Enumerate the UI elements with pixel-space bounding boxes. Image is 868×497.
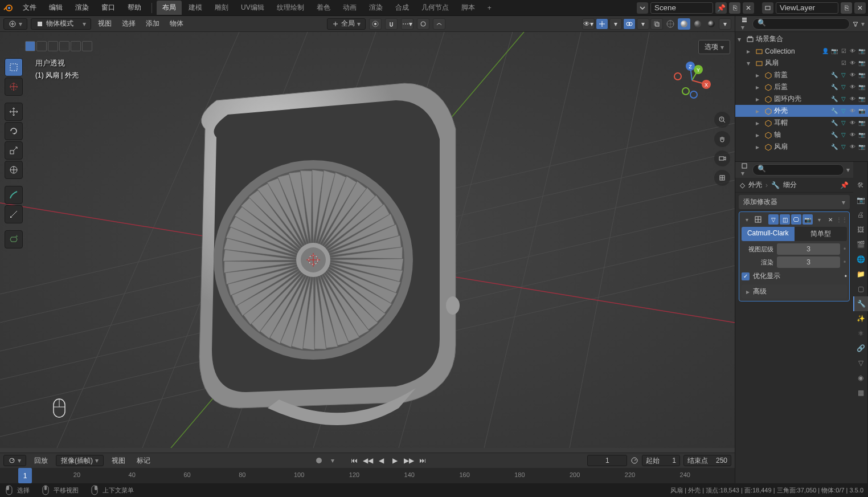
breadcrumb-object[interactable]: 外壳 bbox=[748, 180, 762, 190]
nav-zoom-icon[interactable]: + bbox=[714, 112, 730, 128]
blender-logo-icon[interactable] bbox=[2, 2, 14, 14]
tab-viewlayer[interactable]: 🖼 bbox=[853, 222, 868, 237]
add-modifier-dropdown[interactable]: 添加修改器 ▾ bbox=[739, 195, 850, 209]
outliner-search[interactable]: 🔍 bbox=[752, 18, 850, 30]
tool-scale[interactable] bbox=[5, 141, 23, 160]
outliner-item[interactable]: ▸圆环内壳🔧▽👁📷 bbox=[735, 93, 868, 105]
render-toggle[interactable]: 📷 bbox=[858, 59, 866, 67]
advanced-section[interactable]: ▸ 高级 bbox=[742, 284, 847, 299]
optimal-display-checkbox[interactable]: ✓ bbox=[742, 272, 750, 280]
exclude-toggle[interactable]: ☑ bbox=[840, 59, 847, 67]
outliner-item[interactable]: ▸轴🔧▽👁📷 bbox=[735, 129, 868, 141]
shading-solid[interactable] bbox=[678, 18, 690, 30]
workspace-geo[interactable]: 几何节点 bbox=[416, 1, 455, 15]
tab-material[interactable]: ◉ bbox=[853, 370, 868, 385]
tab-modifiers[interactable]: 🔧 bbox=[853, 296, 868, 311]
select-mode-4[interactable] bbox=[59, 41, 69, 51]
workspace-compositing[interactable]: 合成 bbox=[390, 1, 415, 15]
shading-matprev[interactable] bbox=[691, 18, 704, 30]
header-view[interactable]: 视图 bbox=[95, 18, 115, 30]
editor-type-selector[interactable]: ▾ bbox=[3, 18, 27, 30]
tab-physics[interactable]: ⚛ bbox=[853, 326, 868, 341]
tab-scene[interactable]: 🎬 bbox=[853, 237, 868, 252]
snap-toggle[interactable] bbox=[385, 18, 398, 30]
tool-rotate[interactable] bbox=[5, 122, 23, 140]
menu-file[interactable]: 文件 bbox=[17, 1, 42, 15]
end-frame-field[interactable]: 结束点250 bbox=[683, 455, 731, 466]
outliner-collection[interactable]: ▸ Collection 👤 📷 ☑ 👁 📷 bbox=[735, 45, 868, 57]
viewlayer-delete-icon[interactable]: ✕ bbox=[854, 2, 866, 14]
modifier-delete[interactable]: ✕ bbox=[825, 214, 836, 225]
render-toggle[interactable]: 📷 bbox=[858, 119, 866, 127]
transport-start[interactable]: ⏮ bbox=[348, 455, 361, 466]
timeline-marker[interactable]: 标记 bbox=[133, 455, 154, 467]
tab-texture[interactable]: ▦ bbox=[853, 385, 868, 400]
workspace-uv[interactable]: UV编辑 bbox=[235, 1, 270, 15]
header-add[interactable]: 添加 bbox=[142, 18, 163, 30]
shading-selector[interactable]: ▾ bbox=[719, 18, 731, 30]
eye-toggle[interactable]: 👁 bbox=[849, 71, 857, 79]
timeline-keying[interactable]: 抠像(插帧)▾ bbox=[56, 455, 104, 466]
eye-toggle[interactable]: 👁 bbox=[849, 119, 857, 127]
eye-toggle[interactable]: 👁 bbox=[849, 107, 857, 115]
nav-perspective-icon[interactable] bbox=[714, 170, 730, 186]
gizmo-toggle[interactable] bbox=[596, 18, 608, 30]
select-mode-5[interactable] bbox=[71, 41, 81, 51]
viewlayer-browse-icon[interactable] bbox=[762, 2, 773, 14]
render-toggle[interactable]: 📷 bbox=[858, 131, 866, 139]
render-toggle[interactable]: 📷 bbox=[858, 47, 866, 55]
modifier-edit-mode-toggle[interactable]: ▽ bbox=[768, 214, 779, 225]
timeline-playback[interactable]: 回放 bbox=[31, 455, 51, 467]
playhead[interactable]: 1 bbox=[18, 468, 32, 483]
xray-toggle[interactable] bbox=[650, 18, 663, 30]
outliner-editor-selector[interactable]: ▾ bbox=[739, 15, 750, 32]
subdiv-simple[interactable]: 简单型 bbox=[795, 227, 847, 241]
props-editor-selector[interactable]: ▾ bbox=[739, 161, 750, 178]
eye-toggle[interactable]: 👁 bbox=[849, 83, 857, 91]
shading-wireframe[interactable] bbox=[664, 18, 677, 30]
render-toggle[interactable]: 📷 bbox=[858, 95, 866, 103]
transport-next-key[interactable]: ▶▶ bbox=[403, 455, 415, 466]
proportional-selector[interactable] bbox=[433, 18, 445, 30]
select-mode-6[interactable] bbox=[82, 41, 92, 51]
tab-mesh[interactable]: ▽ bbox=[853, 356, 868, 370]
pivot-selector[interactable] bbox=[369, 18, 382, 30]
mode-selector[interactable]: 物体模式 ▾ bbox=[31, 18, 91, 30]
workspace-scripting[interactable]: 脚本 bbox=[456, 1, 481, 15]
render-toggle[interactable]: 📷 bbox=[858, 83, 866, 91]
modifier-cage-toggle[interactable]: ◫ bbox=[780, 214, 790, 225]
menu-help[interactable]: 帮助 bbox=[122, 1, 147, 15]
timeline-editor-selector[interactable]: ▾ bbox=[3, 455, 26, 466]
start-frame-field[interactable]: 起始1 bbox=[642, 455, 680, 466]
scene-name-input[interactable] bbox=[650, 2, 713, 14]
modifier-extra[interactable]: ⋮⋮ bbox=[837, 214, 847, 225]
scene-delete-icon[interactable]: ✕ bbox=[743, 2, 754, 14]
select-mode-1[interactable] bbox=[25, 41, 35, 51]
modifier-viewport-toggle[interactable]: 🖵 bbox=[791, 214, 801, 225]
gizmo-selector[interactable]: ▾ bbox=[609, 18, 622, 30]
snap-selector[interactable]: ⋯▾ bbox=[401, 18, 413, 30]
modifier-collapse[interactable]: ▾ bbox=[742, 214, 752, 225]
workspace-layout[interactable]: 布局 bbox=[157, 1, 182, 15]
viewport-3d[interactable]: + 用户透视 (1) 风扇 | 外壳 选项▾ X Y Z bbox=[0, 32, 735, 453]
workspace-rendering[interactable]: 渲染 bbox=[363, 1, 388, 15]
render-levels-value[interactable]: 3 bbox=[777, 256, 840, 268]
modifier-menu-dropdown[interactable]: ▾ bbox=[814, 214, 824, 225]
nav-camera-icon[interactable] bbox=[714, 150, 730, 166]
transport-play-rev[interactable]: ◀ bbox=[375, 455, 388, 466]
select-mode-3[interactable] bbox=[48, 41, 58, 51]
tab-render[interactable]: 📷 bbox=[853, 193, 868, 207]
eye-toggle[interactable]: 👁 bbox=[849, 131, 857, 139]
workspace-add[interactable]: + bbox=[482, 2, 497, 14]
tool-move[interactable] bbox=[5, 103, 23, 121]
tab-tool[interactable]: 🛠 bbox=[853, 178, 868, 193]
tool-transform[interactable] bbox=[5, 161, 23, 179]
scene-pin-icon[interactable]: 📌 bbox=[715, 2, 727, 14]
visibility-selector[interactable]: 👁▾ bbox=[582, 18, 595, 30]
props-search[interactable]: 🔍 bbox=[752, 164, 844, 176]
viewlayer-name-input[interactable] bbox=[776, 2, 838, 14]
tab-collection[interactable]: 📁 bbox=[853, 267, 868, 282]
transport-play[interactable]: ▶ bbox=[389, 455, 402, 466]
scene-new-icon[interactable]: ⎘ bbox=[729, 2, 740, 14]
tool-measure[interactable] bbox=[5, 205, 23, 223]
